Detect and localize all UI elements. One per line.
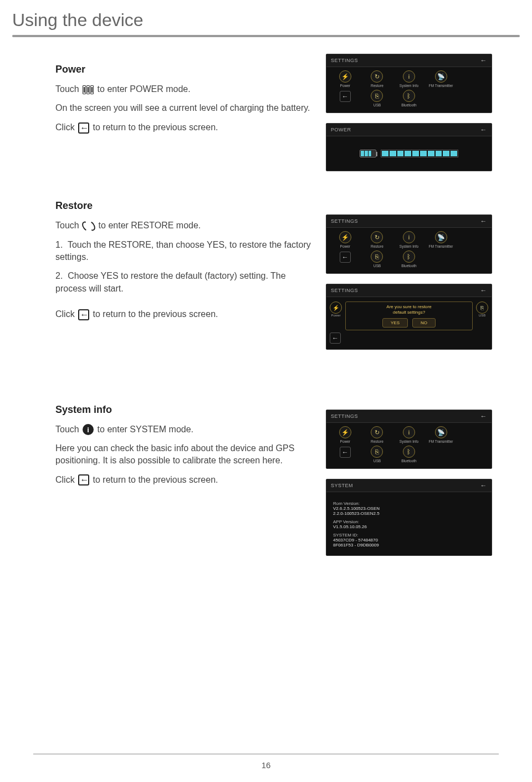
touch-rest: to enter RESTORE mode. (99, 221, 201, 230)
restore-touch-line: Touch to enter RESTORE mode. (55, 219, 315, 232)
bluetooth-icon[interactable]: ᛒ (403, 251, 415, 263)
settings-screenshot-3: SETTINGS ← ⚡Power ↻Restore iSystem Info … (326, 410, 492, 469)
touch-rest: to enter POWER mode. (98, 84, 191, 94)
restore-icon[interactable]: ↻ (371, 426, 383, 438)
click-rest: to return to the previous screen. (93, 122, 218, 132)
system-id-value1: 45037CD9 - 57484870 (333, 538, 485, 543)
click-rest: to return to the previous screen. (93, 309, 218, 319)
click-word: Click (55, 475, 75, 484)
sysinfo-desc: Here you can check the basic info about … (55, 442, 315, 467)
fm-icon[interactable]: 📡 (435, 70, 447, 83)
no-button[interactable]: NO (412, 318, 436, 328)
shot-title: SETTINGS (331, 288, 358, 293)
power-icon[interactable]: ⚡ (339, 70, 351, 83)
shot-title: POWER (331, 127, 351, 132)
fm-icon[interactable]: 📡 (435, 231, 447, 243)
sysinfo-icon[interactable]: i (403, 426, 415, 438)
back-arrow-icon (78, 474, 89, 485)
battery-progress-bar (381, 150, 458, 157)
system-id-label: SYSTEM ID: (333, 533, 485, 538)
restore-heading: Restore (55, 200, 315, 212)
touch-rest: to enter SYSTEM mode. (98, 425, 193, 434)
back-arrow-icon[interactable]: ← (480, 217, 488, 225)
usb-icon[interactable]: ⎘ (371, 90, 383, 102)
usb-icon[interactable]: ⎘ (371, 251, 383, 263)
restore-icon (83, 221, 95, 231)
back-button[interactable]: ← (340, 447, 351, 458)
shot-title: SETTINGS (331, 413, 358, 419)
sysinfo-heading: System info (55, 404, 315, 416)
restore-step-1: 1. Touch the RESTORE, than choose YES, t… (55, 239, 315, 264)
footer-divider (33, 754, 499, 754)
content-area: Power Touch to enter POWER mode. On the … (0, 37, 532, 566)
restore-confirm-dialog: Are you sure to restore default settings… (345, 301, 473, 330)
back-button[interactable]: ← (340, 252, 351, 263)
power-icon[interactable]: ⚡ (339, 231, 351, 243)
battery-icon (83, 85, 94, 94)
power-click-line: Click to return to the previous screen. (55, 121, 315, 134)
shot-title: SETTINGS (331, 218, 358, 224)
info-icon: i (83, 424, 94, 435)
click-word: Click (55, 309, 75, 319)
rom-version-value: V2.6.2.5.100523-OSEN (333, 506, 485, 511)
shot-title: SETTINGS (331, 58, 358, 63)
sysinfo-icon[interactable]: i (403, 231, 415, 243)
usb-icon[interactable]: ⎘ (371, 446, 383, 458)
battery-level-icon (360, 150, 376, 157)
touch-word: Touch (55, 221, 79, 230)
fm-icon[interactable]: 📡 (435, 426, 447, 438)
back-arrow-icon[interactable]: ← (480, 126, 488, 134)
shot-title: SYSTEM (331, 483, 353, 488)
settings-icon-grid: ⚡Power ↻Restore iSystem Info 📡FM Transmi… (331, 70, 487, 107)
bluetooth-icon[interactable]: ᛒ (403, 446, 415, 458)
rom-version-label: Rom Version: (333, 501, 485, 506)
left-column: Power Touch to enter POWER mode. On the … (55, 54, 315, 566)
yes-button[interactable]: YES (382, 318, 408, 328)
restore-icon[interactable]: ↻ (371, 231, 383, 243)
back-arrow-icon[interactable]: ← (480, 412, 488, 420)
back-button[interactable]: ← (340, 91, 351, 102)
back-arrow-icon (78, 309, 89, 320)
app-version-label: APP Version: (333, 519, 485, 524)
restore-dialog-screenshot: SETTINGS ← ⚡ Power Are you sure to resto… (326, 284, 492, 350)
system-id-value2: 8F061F53 - D9DB0009 (333, 543, 485, 548)
back-arrow-icon (78, 122, 89, 134)
power-touch-line: Touch to enter POWER mode. (55, 83, 315, 95)
app-version-value: V1.5.05.10.05.26 (333, 524, 485, 529)
settings-screenshot-1: SETTINGS ← ⚡Power ↻Restore iSystem Info … (326, 54, 492, 113)
page-number: 16 (0, 760, 532, 770)
restore-step-2: 2. Choose YES to restore the default (fa… (55, 270, 315, 295)
back-arrow-icon[interactable]: ← (480, 57, 488, 64)
page-title: Using the device (0, 0, 532, 35)
back-arrow-icon[interactable]: ← (480, 482, 488, 489)
rom-version-value2: 2.2.0-100523-OSEN2.5 (333, 511, 485, 516)
back-button[interactable]: ← (330, 333, 341, 344)
sysinfo-touch-line: Touch i to enter SYSTEM mode. (55, 423, 315, 436)
usb-icon: ⎘ (476, 301, 488, 314)
click-rest: to return to the previous screen. (93, 475, 218, 484)
click-word: Click (55, 122, 75, 132)
touch-word: Touch (55, 84, 79, 94)
right-column: SETTINGS ← ⚡Power ↻Restore iSystem Info … (326, 54, 499, 566)
power-desc: On the screen you will see a current lev… (55, 102, 315, 114)
power-screenshot: POWER ← (326, 123, 492, 171)
power-heading: Power (55, 64, 315, 75)
power-icon: ⚡ (330, 301, 342, 314)
settings-screenshot-2: SETTINGS ← ⚡Power ↻Restore iSystem Info … (326, 214, 492, 274)
system-info-screenshot: SYSTEM ← Rom Version: V2.6.2.5.100523-OS… (326, 479, 492, 556)
bluetooth-icon[interactable]: ᛒ (403, 90, 415, 102)
sysinfo-icon[interactable]: i (403, 70, 415, 83)
restore-click-line: Click to return to the previous screen. (55, 308, 315, 320)
back-arrow-icon[interactable]: ← (480, 287, 488, 294)
touch-word: Touch (55, 425, 79, 434)
restore-icon[interactable]: ↻ (371, 70, 383, 83)
power-icon[interactable]: ⚡ (339, 426, 351, 438)
sysinfo-click-line: Click to return to the previous screen. (55, 474, 315, 486)
